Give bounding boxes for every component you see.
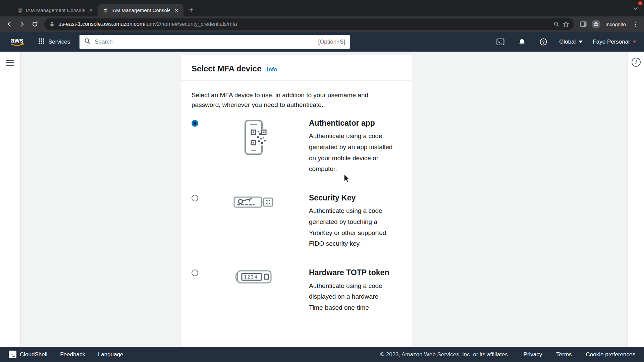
option-title: Hardware TOTP token <box>309 268 393 277</box>
footer-privacy[interactable]: Privacy <box>524 351 542 358</box>
collapsed-help-panel: i <box>628 52 644 347</box>
tab-title: IAM Management Console <box>26 7 85 13</box>
forward-button[interactable] <box>16 18 28 30</box>
aws-console-header: aws Services [Option+S] >_ <box>0 32 644 52</box>
side-panel-icon[interactable] <box>577 18 589 30</box>
browser-toolbar: us-east-1.console.aws.amazon.com/iamv2/h… <box>0 16 644 32</box>
footer-cloudshell[interactable]: >_ CloudShell <box>9 351 47 358</box>
account-label: Faye Personal <box>593 39 630 45</box>
card-body: Select an MFA device to use, in addition… <box>181 81 412 342</box>
zoom-icon[interactable] <box>553 21 559 27</box>
footer-feedback[interactable]: Feedback <box>60 351 85 358</box>
region-label: Global <box>559 39 576 45</box>
page-title: Select MFA device <box>192 64 262 73</box>
aws-favicon-icon <box>103 7 109 13</box>
footer-language[interactable]: Language <box>98 351 123 358</box>
search-icon <box>84 38 91 46</box>
svg-text:1234: 1234 <box>244 274 258 280</box>
reload-button[interactable] <box>29 18 41 30</box>
account-menu[interactable]: Faye Personal <box>593 39 637 45</box>
svg-text:>_: >_ <box>498 41 502 44</box>
main-content: i Select MFA device Info Select an MFA d… <box>0 52 644 347</box>
svg-text:aws: aws <box>11 37 23 44</box>
services-label: Services <box>48 39 70 45</box>
lock-icon <box>49 21 55 27</box>
option-description: Authenticate using a code generated by t… <box>309 205 393 249</box>
option-title: Authenticator app <box>309 119 393 127</box>
aws-favicon-icon <box>17 7 23 13</box>
browser-tab-1[interactable]: IAM Management Console × <box>12 4 98 16</box>
url-text: us-east-1.console.aws.amazon.com/iamv2/h… <box>58 21 550 27</box>
option-authenticator-app[interactable]: Authenticator app Authenticate using a c… <box>192 119 401 175</box>
help-icon[interactable]: ? <box>538 36 549 48</box>
footer-cookie-preferences[interactable]: Cookie preferences <box>586 351 635 358</box>
footer-terms[interactable]: Terms <box>556 351 572 358</box>
aws-logo[interactable]: aws <box>10 36 26 48</box>
browser-menu-icon[interactable]: ⋮ <box>631 20 641 28</box>
new-tab-button[interactable]: + <box>186 5 196 15</box>
browser-tab-2[interactable]: IAM Management Console × <box>98 4 183 16</box>
tab-search-chevron-icon[interactable] <box>633 5 638 11</box>
card-header: Select MFA device Info <box>181 55 412 81</box>
cloudshell-label: CloudShell <box>20 351 47 358</box>
screen: IAM Management Console × IAM Management … <box>0 0 644 362</box>
usb-security-key-icon <box>198 194 309 210</box>
totp-token-icon: 1234 <box>198 269 309 285</box>
console-search[interactable]: [Option+S] <box>79 35 350 49</box>
phone-qr-icon <box>198 119 309 157</box>
region-selector[interactable]: Global <box>559 39 583 45</box>
menu-toggle[interactable] <box>6 60 14 66</box>
search-input[interactable] <box>94 38 315 46</box>
option-description: Authenticate using a code generated by a… <box>309 131 393 175</box>
incognito-avatar[interactable] <box>590 18 602 30</box>
cloudshell-icon: >_ <box>9 351 16 358</box>
address-bar[interactable]: us-east-1.console.aws.amazon.com/iamv2/h… <box>44 18 574 30</box>
option-hardware-totp-token[interactable]: 1234 Hardware TOTP token Authenticate us… <box>192 268 401 313</box>
browser-tabstrip: IAM Management Console × IAM Management … <box>0 0 644 16</box>
console-footer: >_ CloudShell Feedback Language © 2023, … <box>0 347 644 362</box>
mfa-card: Select MFA device Info Select an MFA dev… <box>181 55 412 347</box>
recording-indicator <box>638 1 642 5</box>
radio-authenticator-app[interactable] <box>192 120 198 127</box>
tab-close-icon[interactable]: × <box>173 7 180 14</box>
search-shortcut: [Option+S] <box>318 39 345 45</box>
collapsed-sidebar <box>0 52 20 347</box>
chevron-down-icon <box>633 41 637 43</box>
cloudshell-button[interactable]: >_ <box>495 36 506 48</box>
back-button[interactable] <box>3 18 15 30</box>
chevron-down-icon <box>579 41 583 43</box>
info-panel-toggle[interactable]: i <box>632 58 641 67</box>
svg-text:?: ? <box>542 39 545 44</box>
tab-title: IAM Management Console <box>111 7 170 13</box>
tab-close-icon[interactable]: × <box>87 7 95 14</box>
intro-text: Select an MFA device to use, in addition… <box>192 90 393 110</box>
radio-hardware-totp-token[interactable] <box>192 269 198 276</box>
bookmark-star-icon[interactable] <box>563 21 569 27</box>
info-link[interactable]: Info <box>267 66 277 73</box>
option-security-key[interactable]: Security Key Authenticate using a code g… <box>192 193 401 249</box>
incognito-label: Incognito <box>605 21 626 27</box>
notifications-bell-icon[interactable] <box>516 36 528 48</box>
copyright: © 2023, Amazon Web Services, Inc. or its… <box>380 351 509 358</box>
radio-security-key[interactable] <box>192 195 198 201</box>
grid-icon <box>38 38 45 46</box>
services-menu[interactable]: Services <box>38 38 70 46</box>
option-title: Security Key <box>309 193 393 202</box>
option-description: Authenticate using a code displayed on a… <box>309 281 393 313</box>
